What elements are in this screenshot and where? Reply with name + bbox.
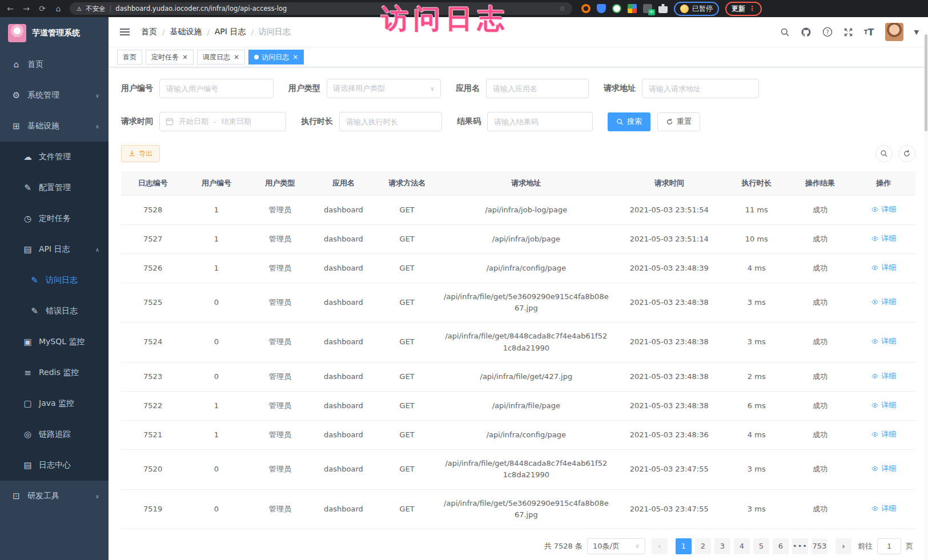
app-name-input[interactable] <box>486 79 589 98</box>
eye-icon <box>871 264 879 271</box>
detail-link[interactable]: 详细 <box>871 233 896 244</box>
pager-prev-button[interactable]: ‹ <box>652 538 668 554</box>
detail-link[interactable]: 详细 <box>871 400 896 411</box>
bookmark-star-icon[interactable]: ☆ <box>559 5 565 13</box>
extensions-puzzle-icon[interactable] <box>658 4 668 13</box>
cell-time: 2021-05-03 23:51:14 <box>613 224 725 253</box>
cell-id: 7519 <box>121 489 184 529</box>
extension-grid-icon[interactable] <box>628 4 637 13</box>
window-scrollbar[interactable] <box>924 34 928 560</box>
profile-chip[interactable]: 已暂停 <box>674 2 719 16</box>
cell-app_name: dashboard <box>312 450 375 489</box>
sidebar-item-file-manage[interactable]: ☁文件管理 <box>0 142 109 172</box>
sidebar-item-scheduled-job[interactable]: ◷定时任务 <box>0 203 109 234</box>
font-size-icon[interactable]: TT <box>864 27 874 38</box>
sidebar-item-home[interactable]: ⌂首页 <box>0 49 109 80</box>
sidebar-item-mysql-monitor[interactable]: ▣MySQL 监控 <box>0 327 109 357</box>
pager-page-1[interactable]: 1 <box>676 538 692 554</box>
sidebar-item-java-monitor[interactable]: ▢Java 监控 <box>0 388 109 419</box>
tags-view: 首页定时任务×调度日志×访问日志× <box>109 47 928 67</box>
extension-shield-icon[interactable] <box>597 4 606 13</box>
extension-green-icon[interactable] <box>612 4 621 13</box>
cell-result: 成功 <box>788 224 851 253</box>
refresh-table-button[interactable] <box>898 145 915 162</box>
pager-page-753[interactable]: 753 <box>812 538 827 554</box>
jump-page-input[interactable] <box>877 538 901 554</box>
detail-link[interactable]: 详细 <box>871 204 896 215</box>
cell-user_id: 0 <box>184 489 248 529</box>
sidebar-item-dev-tools[interactable]: ⊡研发工具∨ <box>0 481 109 511</box>
cell-user_type: 管理员 <box>248 489 312 529</box>
export-button[interactable]: 导出 <box>121 145 160 162</box>
sidebar-item-label: API 日志 <box>39 244 70 255</box>
translate-extension-icon[interactable] <box>643 4 652 13</box>
fullscreen-icon[interactable] <box>843 27 853 37</box>
tab-访问日志[interactable]: 访问日志× <box>248 50 304 65</box>
sidebar-item-log-center[interactable]: ▤日志中心 <box>0 450 109 481</box>
request-time-range-picker[interactable]: 开始日期 - 结束日期 <box>159 112 286 131</box>
github-icon[interactable] <box>801 27 812 38</box>
pager-next-button[interactable]: › <box>835 538 851 554</box>
range-separator: - <box>214 118 216 126</box>
sidebar-item-config-manage[interactable]: ✎配置管理 <box>0 172 109 203</box>
pager-page-2[interactable]: 2 <box>695 538 711 554</box>
detail-link[interactable]: 详细 <box>871 262 896 273</box>
detail-link[interactable]: 详细 <box>871 463 896 474</box>
user-avatar[interactable] <box>885 23 903 41</box>
sidebar-item-error-log[interactable]: ✎错误日志 <box>0 296 109 327</box>
result-code-input[interactable] <box>487 112 593 131</box>
extension-orange-icon[interactable] <box>581 4 590 13</box>
close-icon[interactable]: × <box>234 53 239 61</box>
hamburger-icon[interactable] <box>118 26 132 38</box>
cell-user_type: 管理员 <box>248 450 312 489</box>
request-url-input[interactable] <box>642 79 759 98</box>
browser-back-icon[interactable]: ← <box>6 4 15 13</box>
close-icon[interactable]: × <box>182 53 188 61</box>
breadcrumb-item[interactable]: 基础设施 <box>170 27 202 37</box>
search-icon[interactable] <box>780 27 790 37</box>
sidebar-item-api-log[interactable]: ▤API 日志∧ <box>0 234 109 265</box>
user-id-input[interactable] <box>159 79 274 98</box>
search-button[interactable]: 搜索 <box>608 112 650 131</box>
browser-forward-icon[interactable]: → <box>22 4 31 13</box>
sidebar-item-access-log[interactable]: ✎访问日志 <box>0 265 109 296</box>
sidebar-item-system[interactable]: ⚙系统管理∨ <box>0 80 109 111</box>
toggle-search-button[interactable] <box>875 145 893 162</box>
user-type-select[interactable]: 请选择用户类型 ∨ <box>327 79 441 98</box>
page-size-select[interactable]: 10条/页 ∨ <box>587 538 645 554</box>
pager-page-4[interactable]: 4 <box>734 538 750 554</box>
browser-menu-icon[interactable]: ⋮ <box>749 5 756 13</box>
close-icon[interactable]: × <box>292 53 298 61</box>
breadcrumb-item[interactable]: API 日志 <box>215 27 246 37</box>
detail-link[interactable]: 详细 <box>871 503 896 514</box>
avatar-caret-down-icon[interactable]: ▼ <box>914 29 919 36</box>
tab-调度日志[interactable]: 调度日志× <box>197 50 245 65</box>
browser-reload-icon[interactable]: ⟳ <box>38 4 47 13</box>
sidebar-logo: 芋道管理系统 <box>0 17 109 49</box>
breadcrumb-item[interactable]: 首页 <box>141 27 157 37</box>
browser-home-icon[interactable]: ⌂ <box>54 4 63 13</box>
cell-duration: 10 ms <box>725 224 788 253</box>
cell-time: 2021-05-03 23:47:55 <box>613 450 725 489</box>
detail-link[interactable]: 详细 <box>871 296 896 308</box>
sidebar-item-infra[interactable]: ⊞基础设施∧ <box>0 111 109 142</box>
tab-定时任务[interactable]: 定时任务× <box>146 50 194 65</box>
update-button[interactable]: 更新 ⋮ <box>725 2 762 16</box>
cell-user_id: 1 <box>184 224 248 253</box>
pager-ellipsis[interactable]: ••• <box>792 538 808 554</box>
pager-page-6[interactable]: 6 <box>773 538 789 554</box>
pager-page-3[interactable]: 3 <box>714 538 730 554</box>
job-icon: ◷ <box>23 213 33 224</box>
help-icon[interactable]: ? <box>822 27 833 37</box>
detail-link[interactable]: 详细 <box>871 370 896 382</box>
detail-link[interactable]: 详细 <box>871 429 896 440</box>
sidebar-item-link-trace[interactable]: ◎链路追踪 <box>0 419 109 450</box>
tab-首页[interactable]: 首页 <box>117 50 142 65</box>
sidebar-item-redis-monitor[interactable]: ≡Redis 监控 <box>0 357 109 388</box>
detail-link[interactable]: 详细 <box>871 336 896 347</box>
pager-page-5[interactable]: 5 <box>753 538 769 554</box>
cell-method: GET <box>375 450 439 489</box>
duration-input[interactable] <box>339 112 442 131</box>
reset-button[interactable]: 重置 <box>657 112 700 131</box>
cell-method: GET <box>375 253 439 283</box>
